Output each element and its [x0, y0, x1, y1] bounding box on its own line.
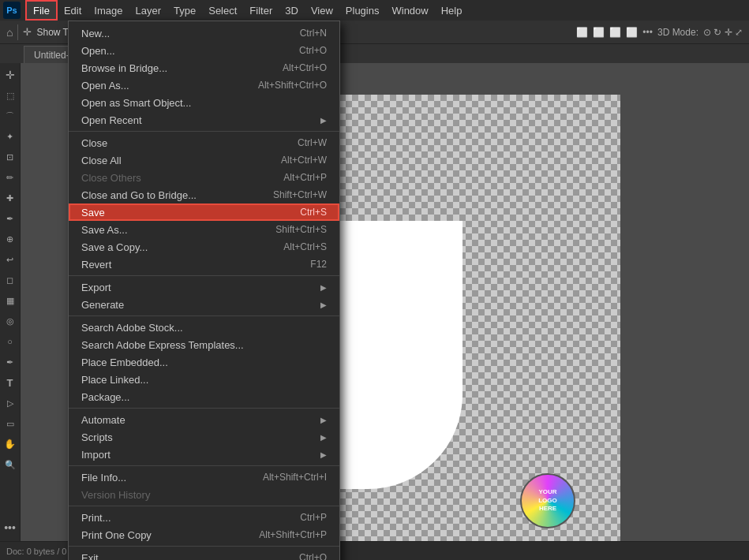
crop-tool[interactable]: ⊡: [2, 148, 19, 166]
menu-revert-label: Revert: [81, 259, 111, 271]
move-tool[interactable]: ✛: [2, 66, 19, 84]
menu-save-label: Save: [81, 207, 105, 218]
menu-place-linked[interactable]: Place Linked...: [69, 371, 339, 388]
history-brush-tool[interactable]: ↩: [2, 251, 19, 268]
zoom-tool[interactable]: 🔍: [2, 456, 19, 473]
menu-search-stock-label: Search Adobe Stock...: [81, 322, 183, 334]
3d-icons: ⊙ ↻ ✛ ⤢: [703, 27, 743, 38]
move-icon[interactable]: ✛: [23, 26, 32, 38]
menu-open-as[interactable]: Open As... Alt+Shift+Ctrl+O: [69, 77, 339, 94]
menu-scripts[interactable]: Scripts ▶: [69, 428, 339, 446]
menu-open-smart-object-label: Open as Smart Object...: [81, 97, 191, 109]
menu-item-view[interactable]: View: [305, 0, 339, 21]
menu-item-filter[interactable]: Filter: [243, 0, 279, 21]
menu-package[interactable]: Package...: [69, 388, 339, 405]
lasso-tool[interactable]: ⌒: [2, 107, 19, 125]
import-arrow: ▶: [320, 450, 327, 459]
menu-scripts-label: Scripts: [81, 431, 113, 443]
menu-exit[interactable]: Exit Ctrl+Q: [69, 549, 339, 560]
menu-save-as[interactable]: Save As... Shift+Ctrl+S: [69, 221, 339, 238]
menu-version-history-label: Version History: [81, 489, 150, 501]
menu-generate[interactable]: Generate ▶: [69, 296, 339, 313]
generate-arrow: ▶: [320, 301, 327, 309]
menu-file-info-label: File Info...: [81, 472, 126, 483]
blur-tool[interactable]: ◎: [2, 312, 19, 330]
menu-close-bridge[interactable]: Close and Go to Bridge... Shift+Ctrl+W: [69, 186, 339, 203]
menu-close-shortcut: Ctrl+W: [298, 137, 327, 148]
dodge-tool[interactable]: ○: [2, 333, 19, 350]
menu-search-express[interactable]: Search Adobe Express Templates...: [69, 336, 339, 353]
menu-print[interactable]: Print... Ctrl+P: [69, 509, 339, 526]
menu-new[interactable]: New... Ctrl+N: [69, 24, 339, 42]
menu-item-type[interactable]: Type: [167, 0, 202, 21]
menu-browse-bridge-shortcut: Alt+Ctrl+O: [283, 62, 327, 73]
more-options-icon[interactable]: •••: [642, 27, 653, 38]
menu-open-smart-object[interactable]: Open as Smart Object...: [69, 94, 339, 111]
automate-arrow: ▶: [320, 416, 327, 424]
shape-tool[interactable]: ▭: [2, 415, 19, 432]
menu-open-recent[interactable]: Open Recent ▶: [69, 111, 339, 129]
menu-version-history: Version History: [69, 486, 339, 503]
menu-browse-bridge-label: Browse in Bridge...: [81, 62, 167, 74]
logo-badge: YOURLOGOHERE: [520, 473, 575, 528]
menu-close-bridge-label: Close and Go to Bridge...: [81, 189, 197, 201]
clone-stamp-tool[interactable]: ⊕: [2, 230, 19, 248]
menu-item-3d[interactable]: 3D: [279, 0, 305, 21]
menu-item-layer[interactable]: Layer: [129, 0, 168, 21]
align-left-icon[interactable]: ⬜: [576, 27, 588, 38]
menu-close-others-label: Close Others: [81, 172, 141, 184]
distribute-icon[interactable]: ⬜: [626, 27, 638, 38]
menu-export[interactable]: Export ▶: [69, 278, 339, 296]
more-tools-button[interactable]: •••: [2, 519, 19, 536]
menu-print-one-copy-label: Print One Copy: [81, 529, 152, 541]
menu-revert[interactable]: Revert F12: [69, 256, 339, 273]
menu-generate-label: Generate: [81, 299, 124, 311]
type-tool[interactable]: T: [2, 374, 19, 391]
home-icon[interactable]: ⌂: [6, 26, 13, 39]
menu-place-embedded-label: Place Embedded...: [81, 357, 168, 368]
menu-place-embedded[interactable]: Place Embedded...: [69, 353, 339, 371]
menu-open-shortcut: Ctrl+O: [299, 45, 327, 56]
menu-browse-bridge[interactable]: Browse in Bridge... Alt+Ctrl+O: [69, 59, 339, 77]
menu-automate[interactable]: Automate ▶: [69, 411, 339, 428]
menu-save-copy-label: Save a Copy...: [81, 241, 148, 253]
hand-tool[interactable]: ✋: [2, 435, 19, 453]
healing-tool[interactable]: ✚: [2, 189, 19, 207]
eraser-tool[interactable]: ◻: [2, 271, 19, 289]
pen-tool[interactable]: ✒: [2, 353, 19, 371]
menu-open[interactable]: Open... Ctrl+O: [69, 42, 339, 59]
menu-package-label: Package...: [81, 391, 129, 403]
menu-print-one-copy[interactable]: Print One Copy Alt+Shift+Ctrl+P: [69, 526, 339, 543]
menu-item-edit[interactable]: Edit: [58, 0, 88, 21]
path-select-tool[interactable]: ▷: [2, 394, 19, 412]
menu-exit-label: Exit: [81, 552, 99, 561]
menu-file-info[interactable]: File Info... Alt+Shift+Ctrl+I: [69, 469, 339, 486]
menu-search-express-label: Search Adobe Express Templates...: [81, 339, 244, 351]
separator-5: [69, 465, 339, 466]
magic-wand-tool[interactable]: ✦: [2, 128, 19, 145]
menu-item-file[interactable]: File: [25, 0, 58, 21]
3d-mode-label: 3D Mode:: [657, 27, 698, 38]
menu-place-linked-label: Place Linked...: [81, 374, 148, 386]
menu-item-select[interactable]: Select: [202, 0, 243, 21]
menu-item-window[interactable]: Window: [385, 0, 434, 21]
gradient-tool[interactable]: ▦: [2, 292, 19, 309]
menu-item-plugins[interactable]: Plugins: [339, 0, 386, 21]
menu-close-others: Close Others Alt+Ctrl+P: [69, 169, 339, 186]
align-center-icon[interactable]: ⬜: [593, 27, 605, 38]
menu-save-copy[interactable]: Save a Copy... Alt+Ctrl+S: [69, 238, 339, 256]
menu-item-help[interactable]: Help: [435, 0, 469, 21]
menu-new-shortcut: Ctrl+N: [300, 28, 327, 39]
menu-save[interactable]: Save Ctrl+S: [69, 203, 339, 221]
menu-exit-shortcut: Ctrl+Q: [299, 552, 327, 560]
menu-item-image[interactable]: Image: [88, 0, 129, 21]
menu-close-all[interactable]: Close All Alt+Ctrl+W: [69, 151, 339, 169]
menu-close-bridge-shortcut: Shift+Ctrl+W: [273, 189, 327, 200]
brush-tool[interactable]: ✒: [2, 210, 19, 227]
menu-import[interactable]: Import ▶: [69, 446, 339, 463]
menu-search-stock[interactable]: Search Adobe Stock...: [69, 319, 339, 336]
eyedropper-tool[interactable]: ✏: [2, 169, 19, 186]
menu-close[interactable]: Close Ctrl+W: [69, 134, 339, 151]
align-right-icon[interactable]: ⬜: [609, 27, 621, 38]
select-rect-tool[interactable]: ⬚: [2, 87, 19, 104]
